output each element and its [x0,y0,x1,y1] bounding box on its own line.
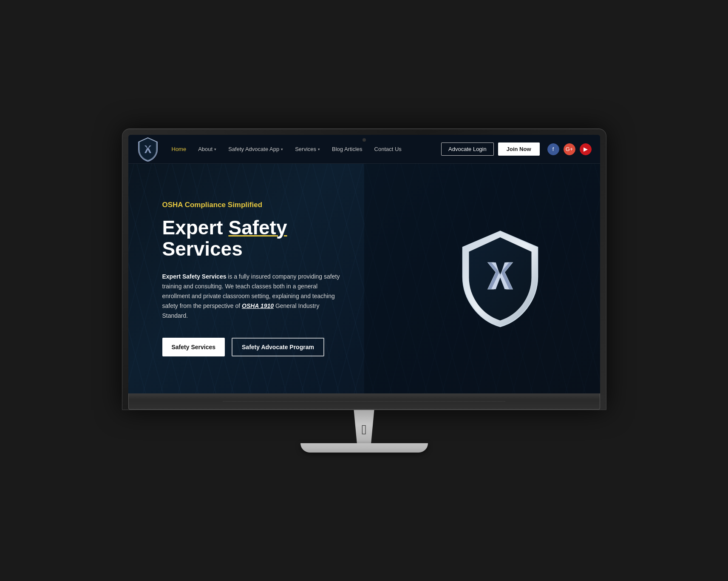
hero-section: OSHA Compliance Simplified Expert Safety… [128,164,600,393]
nav-item-blog[interactable]: Blog Articles [327,142,368,156]
chevron-down-icon: ▾ [214,147,216,151]
imac-screen-bezel: Home About ▾ Safety Advocate App ▾ Servi… [122,128,606,410]
logo-shield-icon [137,137,159,162]
facebook-icon[interactable]: f [547,143,559,155]
chevron-down-icon: ▾ [318,147,320,151]
youtube-icon[interactable]: ▶ [580,143,592,155]
camera-dot [363,138,366,142]
safety-advocate-program-button[interactable]: Safety Advocate Program [232,338,324,356]
hero-content: OSHA Compliance Simplified Expert Safety… [128,201,375,357]
chin-line [223,401,505,402]
hero-description: Expert Safety Services is a fully insure… [162,272,341,321]
chevron-down-icon: ▾ [281,147,283,151]
google-plus-icon[interactable]: G+ [564,143,575,155]
hero-shield-logo [456,228,545,330]
nav-item-services[interactable]: Services ▾ [290,142,325,156]
nav-right: Advocate Login Join Now f G+ ▶ [441,142,591,156]
nav-item-home[interactable]: Home [167,142,192,156]
hero-buttons: Safety Services Safety Advocate Program [162,338,341,356]
logo-area[interactable] [137,137,159,162]
nav-item-about[interactable]: About ▾ [193,142,221,156]
nav-links: Home About ▾ Safety Advocate App ▾ Servi… [167,142,442,156]
nav-item-contact[interactable]: Contact Us [369,142,407,156]
hero-title: Expert Safety Services [162,217,341,260]
apple-logo-icon:  [362,422,367,438]
shield-svg [456,228,545,330]
safety-services-button[interactable]: Safety Services [162,338,225,356]
imac-stand:  [300,410,428,453]
hero-tagline: OSHA Compliance Simplified [162,201,341,209]
social-icons: f G+ ▶ [547,143,592,155]
join-now-button[interactable]: Join Now [498,142,540,156]
nav-item-safety-advocate-app[interactable]: Safety Advocate App ▾ [223,142,288,156]
imac-wrapper: Home About ▾ Safety Advocate App ▾ Servi… [122,128,606,453]
imac-screen: Home About ▾ Safety Advocate App ▾ Servi… [128,135,600,393]
imac-chin [128,393,600,410]
advocate-login-button[interactable]: Advocate Login [441,142,494,156]
imac-stand-base [300,443,428,453]
